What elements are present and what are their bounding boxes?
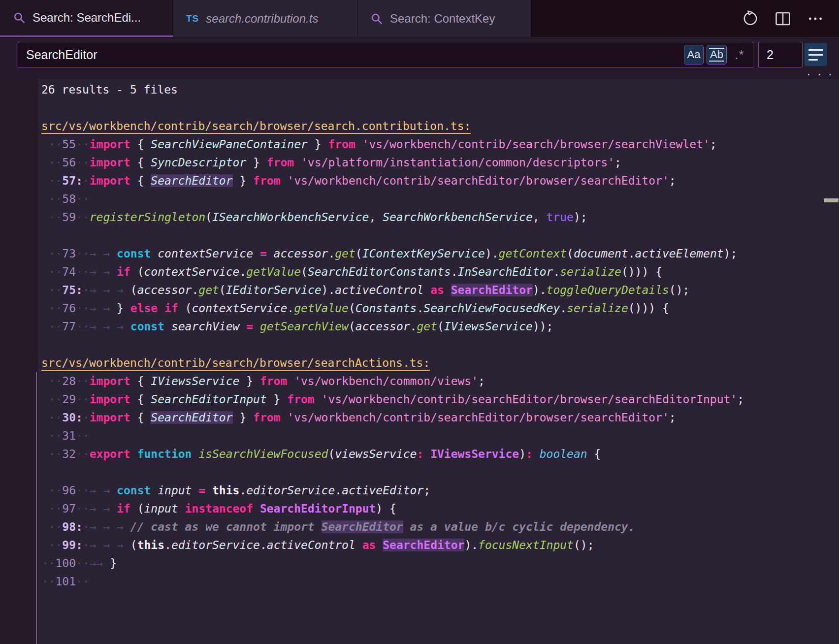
- code-text: export function isSearchViewFocused(view…: [90, 448, 601, 460]
- line-number: 96: [62, 484, 76, 497]
- line-number: 76: [62, 302, 76, 315]
- code-text: → → } else if (contextService.getValue(C…: [90, 302, 669, 315]
- code-text: → → → (accessor.get(IEditorService).acti…: [90, 284, 690, 296]
- search-results-editor[interactable]: 26 results - 5 filessrc/vs/workbench/con…: [0, 79, 839, 644]
- result-line[interactable]: ··73··→ → const contextService = accesso…: [0, 245, 839, 263]
- lines-icon: [808, 49, 823, 51]
- editor-actions: [741, 0, 839, 37]
- regex-toggle[interactable]: .*: [730, 45, 749, 64]
- line-number: 100: [55, 557, 76, 570]
- result-line[interactable]: ··74··→ → if (contextService.getValue(Se…: [0, 263, 839, 281]
- blank-line: [0, 463, 839, 482]
- results-summary: 26 results - 5 files: [0, 81, 839, 99]
- result-line-match[interactable]: ··57:·import { SearchEditor } from 'vs/w…: [0, 172, 839, 190]
- search-icon: [13, 11, 26, 24]
- search-input[interactable]: SearchEditor Aa Ab .*: [18, 42, 753, 67]
- tab-search-searcheditor[interactable]: Search: SearchEdi...: [0, 0, 173, 37]
- code-text: → → if (input instanceof SearchEditorInp…: [90, 502, 396, 515]
- result-line[interactable]: ··96··→ → const input = this.editorServi…: [0, 482, 839, 500]
- result-line[interactable]: ··28··import { IViewsService } from 'vs/…: [0, 372, 839, 390]
- line-number: 56: [62, 156, 76, 169]
- line-number: 30: [62, 411, 76, 424]
- blank-line: [0, 226, 839, 245]
- result-line[interactable]: ··58··: [0, 190, 839, 208]
- code-text: → → → (this.editorService.activeControl …: [90, 539, 594, 551]
- blank-line: [0, 99, 839, 117]
- code-text: →→ }: [90, 557, 117, 570]
- result-line-match[interactable]: ··98:·→ → → // cast as we cannot import …: [0, 518, 839, 536]
- result-line[interactable]: ··55··import { SearchViewPaneContainer }…: [0, 135, 839, 154]
- line-number: 55: [62, 138, 76, 151]
- refresh-icon: [742, 10, 759, 27]
- line-number: 77: [62, 320, 76, 333]
- ellipsis-icon: [807, 10, 824, 27]
- line-number: 31: [62, 429, 76, 442]
- result-line-match[interactable]: ··30:·import { SearchEditor } from 'vs/w…: [0, 409, 839, 427]
- line-number: 73: [62, 247, 76, 260]
- line-number: 101: [55, 575, 76, 588]
- split-editor-button[interactable]: [773, 9, 793, 29]
- result-line[interactable]: ··31··: [0, 427, 839, 445]
- line-number: 99: [62, 539, 76, 551]
- result-line[interactable]: ··101··: [0, 573, 839, 591]
- match-highlight: SearchEditor: [151, 174, 232, 187]
- result-line[interactable]: ··59··registerSingleton(ISearchWorkbench…: [0, 208, 839, 226]
- search-icon: [370, 12, 383, 25]
- blank-line: [0, 336, 839, 354]
- tab-label: Search: ContextKey: [390, 12, 495, 26]
- code-text: → → const input = this.editorService.act…: [90, 484, 430, 497]
- match-highlight: SearchEditor: [151, 411, 232, 424]
- line-number: 28: [62, 375, 76, 387]
- code-text: → → → // cast as we cannot import Search…: [90, 520, 635, 533]
- context-lines-value: 2: [767, 48, 774, 62]
- result-line[interactable]: ··32··export function isSearchViewFocuse…: [0, 445, 839, 463]
- tab-search-contextkey[interactable]: Search: ContextKey: [357, 0, 531, 37]
- more-actions-button[interactable]: [806, 9, 825, 29]
- match-case-toggle[interactable]: Aa: [684, 45, 703, 64]
- line-number: 97: [62, 502, 76, 515]
- ts-icon: TS: [186, 13, 199, 24]
- result-line[interactable]: ··100··→→ }: [0, 554, 839, 573]
- result-line-match[interactable]: ··99:·→ → → (this.editorService.activeCo…: [0, 536, 839, 554]
- line-number: 75: [62, 284, 76, 296]
- code-text: import { SearchEditorInput } from 'vs/wo…: [90, 393, 744, 406]
- result-line-match[interactable]: ··75:·→ → → (accessor.get(IEditorService…: [0, 281, 839, 299]
- search-query-text: SearchEditor: [26, 48, 684, 62]
- refresh-button[interactable]: [741, 9, 760, 29]
- file-path[interactable]: src/vs/workbench/contrib/search/browser/…: [0, 117, 839, 135]
- line-number: 58: [62, 193, 76, 205]
- scrollbar-marker[interactable]: [824, 198, 839, 202]
- match-highlight: SearchEditor: [322, 520, 403, 533]
- line-number: 57: [62, 174, 76, 187]
- whole-word-toggle[interactable]: Ab: [707, 45, 726, 64]
- tab-search-contribution-ts[interactable]: TS search.contribution.ts: [173, 0, 357, 37]
- context-lines-input[interactable]: 2: [758, 42, 803, 67]
- code-text: import { SearchViewPaneContainer } from …: [90, 138, 717, 151]
- line-number: 98: [62, 520, 76, 533]
- result-line[interactable]: ··97··→ → if (input instanceof SearchEdi…: [0, 500, 839, 518]
- code-text: registerSingleton(ISearchWorkbenchServic…: [90, 211, 587, 224]
- file-path-link[interactable]: src/vs/workbench/contrib/search/browser/…: [41, 356, 430, 371]
- line-number: 74: [62, 265, 76, 278]
- result-line[interactable]: ··77··→ → → const searchView = getSearch…: [0, 318, 839, 336]
- search-options: Aa Ab .*: [684, 45, 749, 64]
- file-path[interactable]: src/vs/workbench/contrib/search/browser/…: [0, 354, 839, 372]
- match-highlight: SearchEditor: [451, 284, 533, 296]
- block-indent-guide: [36, 372, 37, 644]
- code-text: import { SearchEditor } from 'vs/workben…: [90, 411, 676, 424]
- code-text: → → → const searchView = getSearchView(a…: [90, 320, 553, 333]
- code-text: import { IViewsService } from 'vs/workbe…: [90, 375, 485, 387]
- line-number: 29: [62, 393, 76, 406]
- split-editor-icon: [774, 10, 791, 27]
- search-panel: SearchEditor Aa Ab .* 2 · · ·: [0, 37, 839, 79]
- toggle-search-details-button[interactable]: [805, 43, 827, 66]
- result-line[interactable]: ··76··→ → } else if (contextService.getV…: [0, 299, 839, 318]
- result-line[interactable]: ··56··import { SyncDescriptor } from 'vs…: [0, 154, 839, 172]
- result-line[interactable]: ··29··import { SearchEditorInput } from …: [0, 390, 839, 409]
- file-path-link[interactable]: src/vs/workbench/contrib/search/browser/…: [41, 120, 471, 134]
- code-text: import { SearchEditor } from 'vs/workben…: [90, 174, 676, 187]
- code-text: → → if (contextService.getValue(SearchEd…: [90, 265, 662, 278]
- result-rows: 26 results - 5 filessrc/vs/workbench/con…: [0, 81, 839, 591]
- line-number: 59: [62, 211, 76, 224]
- tab-bar: Search: SearchEdi... TS search.contribut…: [0, 0, 839, 37]
